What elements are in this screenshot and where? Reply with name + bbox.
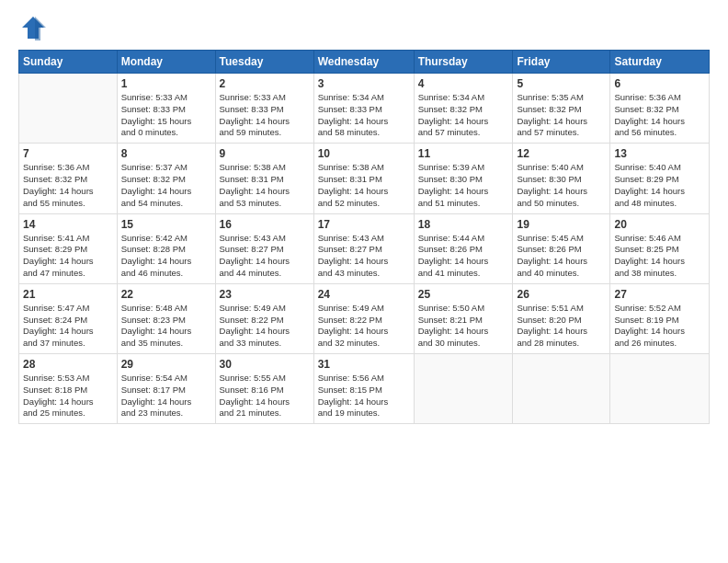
day-info: Sunrise: 5:45 AM Sunset: 8:26 PM Dayligh… <box>517 233 606 280</box>
calendar-cell: 20Sunrise: 5:46 AM Sunset: 8:25 PM Dayli… <box>610 213 710 283</box>
day-info: Sunrise: 5:42 AM Sunset: 8:28 PM Dayligh… <box>121 233 211 280</box>
calendar-cell: 29Sunrise: 5:54 AM Sunset: 8:17 PM Dayli… <box>117 354 215 424</box>
day-info: Sunrise: 5:46 AM Sunset: 8:25 PM Dayligh… <box>614 233 705 280</box>
weekday-header-row: SundayMondayTuesdayWednesdayThursdayFrid… <box>19 51 710 74</box>
weekday-friday: Friday <box>513 51 610 74</box>
calendar-cell: 7Sunrise: 5:36 AM Sunset: 8:32 PM Daylig… <box>19 144 118 213</box>
day-number: 25 <box>418 288 509 301</box>
calendar-cell: 31Sunrise: 5:56 AM Sunset: 8:15 PM Dayli… <box>313 354 414 424</box>
logo-icon <box>20 15 46 40</box>
calendar-cell: 23Sunrise: 5:49 AM Sunset: 8:22 PM Dayli… <box>215 283 313 353</box>
day-number: 1 <box>121 77 211 90</box>
calendar-cell: 21Sunrise: 5:47 AM Sunset: 8:24 PM Dayli… <box>19 283 118 353</box>
day-info: Sunrise: 5:33 AM Sunset: 8:33 PM Dayligh… <box>220 92 310 139</box>
weekday-saturday: Saturday <box>610 51 710 74</box>
calendar-cell: 17Sunrise: 5:43 AM Sunset: 8:27 PM Dayli… <box>313 213 414 283</box>
calendar-cell <box>610 354 710 424</box>
weekday-thursday: Thursday <box>414 51 513 74</box>
calendar-cell: 1Sunrise: 5:33 AM Sunset: 8:33 PM Daylig… <box>117 74 215 144</box>
logo <box>18 15 46 40</box>
calendar-cell: 25Sunrise: 5:50 AM Sunset: 8:21 PM Dayli… <box>414 283 513 353</box>
day-info: Sunrise: 5:41 AM Sunset: 8:29 PM Dayligh… <box>23 233 113 280</box>
calendar-cell: 14Sunrise: 5:41 AM Sunset: 8:29 PM Dayli… <box>19 213 118 283</box>
day-number: 3 <box>318 77 410 90</box>
calendar-cell: 18Sunrise: 5:44 AM Sunset: 8:26 PM Dayli… <box>414 213 513 283</box>
day-info: Sunrise: 5:43 AM Sunset: 8:27 PM Dayligh… <box>220 233 310 280</box>
weekday-sunday: Sunday <box>19 51 118 74</box>
day-number: 30 <box>220 358 310 371</box>
day-info: Sunrise: 5:49 AM Sunset: 8:22 PM Dayligh… <box>318 303 410 350</box>
day-info: Sunrise: 5:56 AM Sunset: 8:15 PM Dayligh… <box>318 373 410 419</box>
day-info: Sunrise: 5:36 AM Sunset: 8:32 PM Dayligh… <box>614 92 705 139</box>
day-number: 29 <box>121 358 211 371</box>
calendar-week-1: 1Sunrise: 5:33 AM Sunset: 8:33 PM Daylig… <box>19 74 710 144</box>
calendar-week-5: 28Sunrise: 5:53 AM Sunset: 8:18 PM Dayli… <box>19 354 710 424</box>
day-number: 9 <box>220 147 310 160</box>
calendar-cell: 30Sunrise: 5:55 AM Sunset: 8:16 PM Dayli… <box>215 354 313 424</box>
day-info: Sunrise: 5:39 AM Sunset: 8:30 PM Dayligh… <box>418 162 509 209</box>
day-number: 14 <box>23 218 113 231</box>
day-info: Sunrise: 5:38 AM Sunset: 8:31 PM Dayligh… <box>220 162 310 209</box>
calendar-cell <box>513 354 610 424</box>
page: SundayMondayTuesdayWednesdayThursdayFrid… <box>0 0 728 563</box>
calendar-cell: 10Sunrise: 5:38 AM Sunset: 8:31 PM Dayli… <box>313 144 414 213</box>
day-number: 12 <box>517 147 606 160</box>
day-info: Sunrise: 5:35 AM Sunset: 8:32 PM Dayligh… <box>517 92 606 139</box>
calendar-cell: 3Sunrise: 5:34 AM Sunset: 8:33 PM Daylig… <box>313 74 414 144</box>
weekday-wednesday: Wednesday <box>313 51 414 74</box>
header <box>18 15 710 40</box>
calendar-cell: 19Sunrise: 5:45 AM Sunset: 8:26 PM Dayli… <box>513 213 610 283</box>
day-number: 4 <box>418 77 509 90</box>
day-number: 11 <box>418 147 509 160</box>
day-info: Sunrise: 5:54 AM Sunset: 8:17 PM Dayligh… <box>121 373 211 419</box>
calendar-cell <box>414 354 513 424</box>
day-number: 18 <box>418 218 509 231</box>
day-info: Sunrise: 5:34 AM Sunset: 8:33 PM Dayligh… <box>318 92 410 139</box>
weekday-tuesday: Tuesday <box>215 51 313 74</box>
calendar-cell: 26Sunrise: 5:51 AM Sunset: 8:20 PM Dayli… <box>513 283 610 353</box>
day-info: Sunrise: 5:40 AM Sunset: 8:30 PM Dayligh… <box>517 162 606 209</box>
calendar-cell: 4Sunrise: 5:34 AM Sunset: 8:32 PM Daylig… <box>414 74 513 144</box>
day-number: 7 <box>23 147 113 160</box>
calendar-cell: 2Sunrise: 5:33 AM Sunset: 8:33 PM Daylig… <box>215 74 313 144</box>
calendar-cell: 24Sunrise: 5:49 AM Sunset: 8:22 PM Dayli… <box>313 283 414 353</box>
calendar-cell: 27Sunrise: 5:52 AM Sunset: 8:19 PM Dayli… <box>610 283 710 353</box>
calendar-week-4: 21Sunrise: 5:47 AM Sunset: 8:24 PM Dayli… <box>19 283 710 353</box>
day-number: 17 <box>318 218 410 231</box>
weekday-monday: Monday <box>117 51 215 74</box>
calendar-week-2: 7Sunrise: 5:36 AM Sunset: 8:32 PM Daylig… <box>19 144 710 213</box>
day-info: Sunrise: 5:55 AM Sunset: 8:16 PM Dayligh… <box>220 373 310 419</box>
day-info: Sunrise: 5:50 AM Sunset: 8:21 PM Dayligh… <box>418 303 509 350</box>
day-number: 6 <box>614 77 705 90</box>
day-info: Sunrise: 5:48 AM Sunset: 8:23 PM Dayligh… <box>121 303 211 350</box>
calendar-cell: 16Sunrise: 5:43 AM Sunset: 8:27 PM Dayli… <box>215 213 313 283</box>
day-number: 21 <box>23 288 113 301</box>
day-number: 22 <box>121 288 211 301</box>
day-number: 16 <box>220 218 310 231</box>
day-info: Sunrise: 5:43 AM Sunset: 8:27 PM Dayligh… <box>318 233 410 280</box>
calendar-cell: 8Sunrise: 5:37 AM Sunset: 8:32 PM Daylig… <box>117 144 215 213</box>
day-number: 27 <box>614 288 705 301</box>
day-number: 28 <box>23 358 113 371</box>
calendar-cell: 5Sunrise: 5:35 AM Sunset: 8:32 PM Daylig… <box>513 74 610 144</box>
calendar-cell: 12Sunrise: 5:40 AM Sunset: 8:30 PM Dayli… <box>513 144 610 213</box>
calendar-cell: 11Sunrise: 5:39 AM Sunset: 8:30 PM Dayli… <box>414 144 513 213</box>
day-info: Sunrise: 5:36 AM Sunset: 8:32 PM Dayligh… <box>23 162 113 209</box>
day-number: 23 <box>220 288 310 301</box>
calendar-cell: 22Sunrise: 5:48 AM Sunset: 8:23 PM Dayli… <box>117 283 215 353</box>
day-number: 8 <box>121 147 211 160</box>
day-info: Sunrise: 5:52 AM Sunset: 8:19 PM Dayligh… <box>614 303 705 350</box>
day-info: Sunrise: 5:40 AM Sunset: 8:29 PM Dayligh… <box>614 162 705 209</box>
day-number: 2 <box>220 77 310 90</box>
day-info: Sunrise: 5:44 AM Sunset: 8:26 PM Dayligh… <box>418 233 509 280</box>
calendar: SundayMondayTuesdayWednesdayThursdayFrid… <box>18 50 710 424</box>
day-info: Sunrise: 5:47 AM Sunset: 8:24 PM Dayligh… <box>23 303 113 350</box>
day-number: 24 <box>318 288 410 301</box>
day-info: Sunrise: 5:38 AM Sunset: 8:31 PM Dayligh… <box>318 162 410 209</box>
calendar-cell: 9Sunrise: 5:38 AM Sunset: 8:31 PM Daylig… <box>215 144 313 213</box>
day-number: 19 <box>517 218 606 231</box>
calendar-cell: 15Sunrise: 5:42 AM Sunset: 8:28 PM Dayli… <box>117 213 215 283</box>
day-info: Sunrise: 5:49 AM Sunset: 8:22 PM Dayligh… <box>220 303 310 350</box>
day-info: Sunrise: 5:34 AM Sunset: 8:32 PM Dayligh… <box>418 92 509 139</box>
day-number: 20 <box>614 218 705 231</box>
